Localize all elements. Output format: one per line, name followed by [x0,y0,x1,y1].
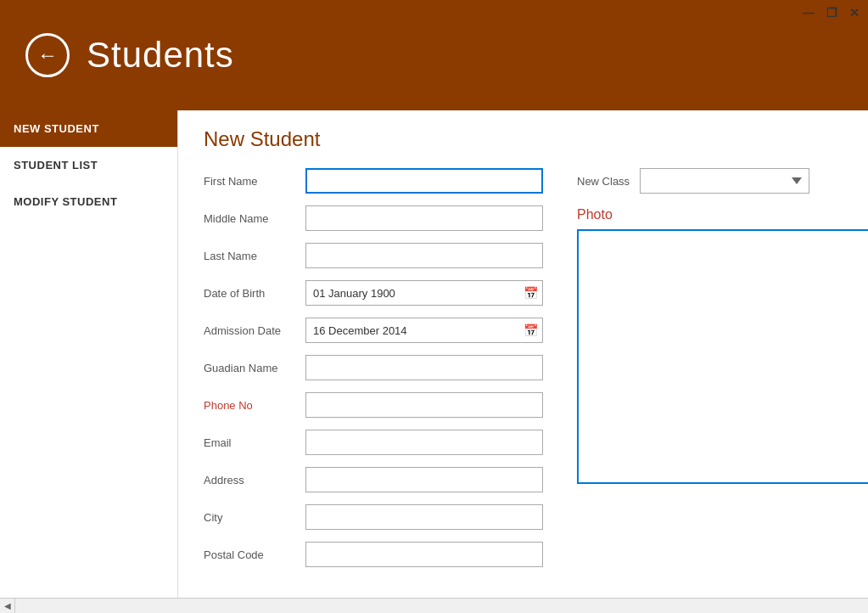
photo-label: Photo [577,207,868,222]
header: ← Students [0,0,868,110]
new-class-select[interactable] [640,168,809,194]
admission-date-input[interactable] [305,318,543,343]
admission-date-label: Admission Date [204,324,305,337]
guardian-name-input[interactable] [305,355,543,380]
maximize-button[interactable]: ❐ [826,7,837,19]
bottom-scrollbar: ◀ [0,598,868,613]
first-name-row: First Name [204,168,543,194]
back-button[interactable]: ← [25,33,70,77]
address-label: Address [204,474,305,486]
sidebar-item-new-student[interactable]: NEW STUDENT [0,110,177,147]
page-title: Students [87,35,234,76]
email-label: Email [204,436,305,449]
last-name-label: Last Name [204,250,305,262]
guardian-name-label: Guadian Name [204,362,305,374]
back-icon: ← [37,43,58,67]
address-row: Address [204,467,543,492]
guardian-name-row: Guadian Name [204,355,543,380]
photo-section: Photo [577,207,868,484]
calendar-icon-admission[interactable]: 📅 [524,323,538,337]
postal-code-label: Postal Code [204,548,305,561]
date-of-birth-row: Date of Birth 📅 [204,280,543,306]
email-row: Email [204,430,543,455]
city-row: City [204,504,543,530]
first-name-input[interactable] [305,168,543,194]
postal-code-row: Postal Code [204,542,543,567]
sidebar: NEW STUDENT STUDENT LIST MODIFY STUDENT [0,110,178,613]
phone-no-row: Phone No [204,392,543,418]
minimize-button[interactable]: — [803,7,815,19]
content-area: New Student First Name Middle Name Last … [178,110,868,613]
phone-no-input[interactable] [305,392,543,418]
middle-name-row: Middle Name [204,205,543,231]
city-label: City [204,511,305,524]
photo-box[interactable] [577,229,868,484]
sidebar-item-student-list[interactable]: STUDENT LIST [0,147,177,183]
admission-date-row: Admission Date 📅 [204,318,543,343]
email-input[interactable] [305,430,543,455]
address-input[interactable] [305,467,543,492]
admission-date-wrapper: 📅 [305,318,543,343]
city-input[interactable] [305,504,543,530]
date-of-birth-wrapper: 📅 [305,280,543,306]
new-class-label: New Class [577,175,630,188]
scroll-left-arrow[interactable]: ◀ [0,599,15,614]
first-name-label: First Name [204,175,305,188]
calendar-icon-dob[interactable]: 📅 [524,286,538,300]
right-section: New Class Photo [577,168,868,579]
close-button[interactable]: ✕ [849,7,860,19]
content-title: New Student [204,127,843,151]
phone-no-label: Phone No [204,399,305,412]
form-section: First Name Middle Name Last Name Date of… [204,168,543,579]
sidebar-item-modify-student[interactable]: MODIFY STUDENT [0,183,177,220]
middle-name-label: Middle Name [204,212,305,225]
main-layout: NEW STUDENT STUDENT LIST MODIFY STUDENT … [0,110,868,613]
middle-name-input[interactable] [305,205,543,231]
last-name-row: Last Name [204,243,543,268]
date-of-birth-input[interactable] [305,280,543,306]
window-controls: — ❐ ✕ [803,7,860,19]
date-of-birth-label: Date of Birth [204,287,305,300]
new-class-row: New Class [577,168,868,194]
last-name-input[interactable] [305,243,543,268]
postal-code-input[interactable] [305,542,543,567]
form-and-photo: First Name Middle Name Last Name Date of… [204,168,843,579]
